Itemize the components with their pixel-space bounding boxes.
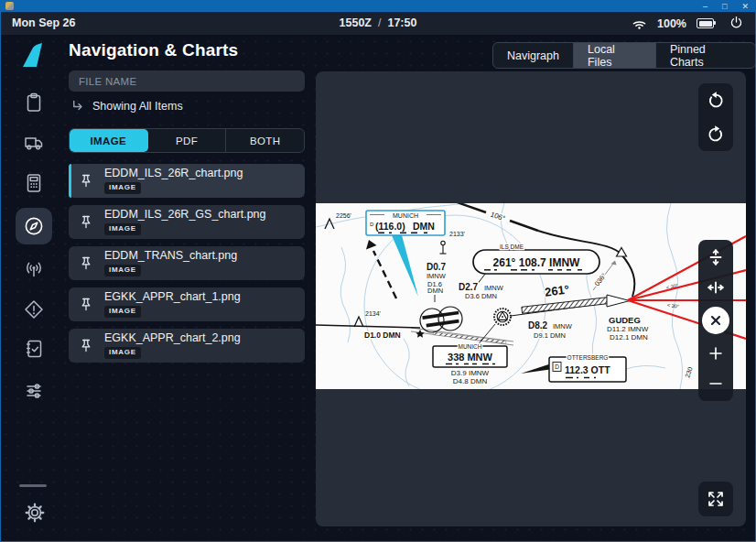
pin-icon[interactable] [77, 255, 95, 273]
file-item[interactable]: EDDM_TRANS_chart.png IMAGE [69, 246, 305, 280]
fit-height-icon [705, 246, 727, 268]
file-item[interactable]: EGKK_APPR_chart_2.png IMAGE [69, 329, 305, 363]
tab-navigraph[interactable]: Navigraph [493, 43, 574, 68]
svg-text:MUNICH: MUNICH [459, 343, 482, 350]
minus-icon [706, 374, 726, 394]
sidebar-item-settings[interactable] [23, 501, 45, 523]
sidebar-item-navigation[interactable] [23, 215, 45, 237]
fullscreen-button[interactable] [698, 482, 733, 516]
wifi-icon [632, 17, 647, 30]
svg-text:261° 108.7 IMNW: 261° 108.7 IMNW [493, 256, 581, 269]
showing-all-items-row: Showing All Items [70, 99, 183, 113]
svg-text:D8.2: D8.2 [528, 320, 548, 331]
sidebar-item-calculator[interactable] [23, 172, 45, 194]
svg-text:DMN: DMN [413, 221, 435, 232]
file-name: EGKK_APPR_chart_1.png [104, 291, 241, 304]
sliders-icon [23, 379, 45, 401]
file-name: EDDM_ILS_26R_GS_chart.png [104, 209, 265, 222]
app-window-icon [5, 2, 14, 10]
status-time-local: 17:50 [387, 16, 416, 29]
status-bar: Mon Sep 26 1550Z/17:50 100% [0, 12, 756, 35]
window-minimize-button[interactable]: – [703, 1, 707, 12]
filter-pdf-button[interactable]: PDF [148, 129, 227, 152]
window-titlebar: – □ ✕ [0, 0, 756, 12]
svg-text:OTTERSBERG: OTTERSBERG [567, 354, 609, 361]
file-type-badge: IMAGE [104, 223, 141, 235]
svg-text:ILS DME: ILS DME [500, 244, 524, 250]
obstacle-label: 2256' [336, 212, 351, 219]
transmitter-icon [23, 258, 45, 280]
svg-text:IMNW: IMNW [427, 272, 447, 280]
page-title: Navigation & Charts [69, 40, 238, 60]
sidebar-item-alerts[interactable] [23, 298, 45, 320]
close-chart-button[interactable] [702, 307, 729, 334]
file-name: EDDM_ILS_26R_chart.png [104, 168, 243, 180]
gear-icon [23, 501, 47, 525]
filter-both-button[interactable]: BOTH [226, 129, 304, 152]
zoom-in-button[interactable] [704, 342, 728, 364]
pin-icon[interactable] [77, 296, 95, 314]
truck-icon [23, 132, 45, 154]
rotate-ccw-button[interactable] [698, 83, 733, 117]
chart-image[interactable]: 230 106° 036° [316, 203, 746, 389]
zoom-out-button[interactable] [704, 373, 728, 395]
svg-text:MUNICH: MUNICH [393, 212, 418, 219]
svg-text:D9.1 DMN: D9.1 DMN [534, 331, 566, 340]
rotate-cw-icon [706, 125, 726, 145]
svg-text:112.3 OTT: 112.3 OTT [565, 364, 610, 375]
pin-icon[interactable] [77, 172, 95, 190]
source-tabs: Navigraph Local Files Pinned Charts [492, 42, 756, 69]
file-item[interactable]: EDDM_ILS_26R_GS_chart.png IMAGE [69, 205, 305, 239]
file-type-badge: IMAGE [104, 265, 141, 276]
svg-text:338 MNW: 338 MNW [448, 352, 493, 363]
file-name: EDDM_TRANS_chart.png [104, 250, 237, 263]
fit-width-button[interactable] [704, 276, 728, 298]
window-maximize-button[interactable]: □ [722, 1, 727, 12]
filter-image-button[interactable]: IMAGE [70, 129, 148, 152]
file-type-filter: IMAGE PDF BOTH [69, 128, 305, 153]
svg-text:D3.6 DMN: D3.6 DMN [465, 292, 497, 300]
close-icon [708, 313, 723, 328]
svg-text:(116.0): (116.0) [375, 221, 405, 232]
file-item[interactable]: EGKK_APPR_chart_1.png IMAGE [69, 287, 305, 321]
svg-text:DMN: DMN [427, 287, 443, 295]
battery-icon [697, 18, 714, 28]
files-panel: Showing All Items IMAGE PDF BOTH EDDM_IL… [69, 70, 305, 92]
chart-tools [698, 240, 733, 401]
sidebar-item-radio[interactable] [23, 258, 45, 280]
checklist-icon [23, 338, 45, 360]
pin-icon[interactable] [77, 213, 95, 232]
pin-icon[interactable] [77, 337, 95, 355]
calculator-icon [23, 172, 45, 194]
branch-arrow-icon [70, 99, 84, 113]
tab-local-files[interactable]: Local Files [574, 43, 656, 68]
rotate-ccw-icon [706, 91, 726, 111]
svg-text:D11.2 IMNW: D11.2 IMNW [607, 325, 649, 333]
sidebar-item-checklist[interactable] [23, 338, 45, 360]
compass-icon [23, 215, 45, 237]
window-close-button[interactable]: ✕ [741, 1, 749, 12]
fit-height-button[interactable] [704, 246, 728, 268]
rotate-controls [698, 83, 733, 151]
tab-pinned-charts[interactable]: Pinned Charts [656, 43, 755, 68]
battery-percent: 100% [657, 17, 686, 30]
status-time-utc: 1550Z [340, 16, 372, 29]
clipboard-icon [23, 92, 45, 114]
app-logo [22, 42, 46, 68]
sidebar-item-clipboard[interactable] [23, 92, 45, 114]
file-type-badge: IMAGE [104, 182, 141, 194]
fullscreen-expand-icon [705, 488, 727, 510]
plus-icon [706, 343, 726, 363]
sidebar-item-vehicle[interactable] [23, 132, 45, 154]
obstacle-label: 2134' [365, 310, 381, 317]
sidebar-item-filters[interactable] [23, 379, 45, 401]
power-icon[interactable] [728, 15, 745, 32]
alert-diamond-icon [23, 298, 45, 320]
file-item[interactable]: EDDM_ILS_26R_chart.png IMAGE [69, 164, 305, 198]
rotate-cw-button[interactable] [698, 117, 733, 151]
fix-label: D1.0 DMN [364, 331, 401, 340]
svg-text:D12.1 DMN: D12.1 DMN [610, 333, 648, 341]
file-name-search-input[interactable] [69, 70, 305, 92]
file-name: EGKK_APPR_chart_2.png [104, 332, 241, 345]
svg-text:GUDEG: GUDEG [609, 315, 641, 325]
